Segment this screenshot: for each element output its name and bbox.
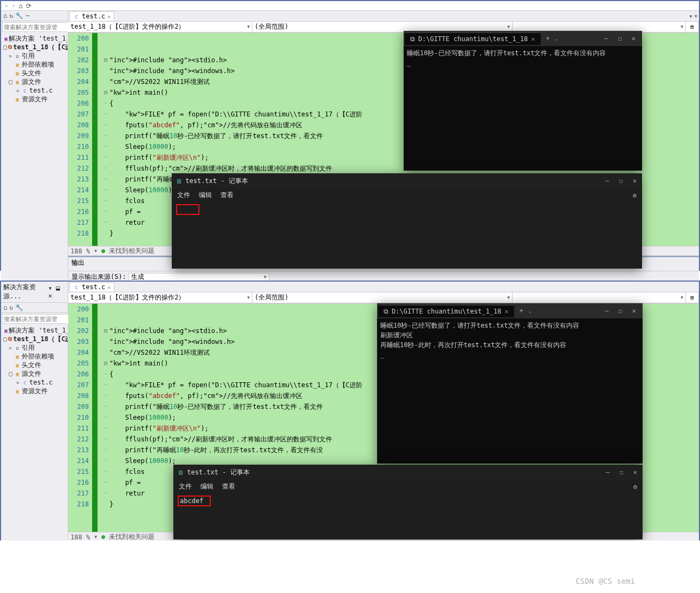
explorer-toolbar: ⌂ ↻ 🔧 [1, 303, 68, 313]
editor-tabs: c test.c ✕ ▾ + [68, 11, 699, 22]
refs-node[interactable]: 引用 [22, 51, 35, 61]
minimize-icon[interactable]: — [605, 177, 609, 185]
chevron-down-icon[interactable]: ▢ [3, 43, 7, 51]
chevron-down-icon[interactable]: ⌄ [555, 36, 558, 41]
console-tab[interactable]: ⧉ D:\GITTE chuantimu\test_1_18 ✕ [378, 305, 514, 317]
notepad-body[interactable]: abcdef [173, 493, 643, 540]
notepad-title: test.txt - 记事本 [187, 468, 249, 477]
home-icon[interactable]: ⌂ [3, 304, 7, 311]
menu-file[interactable]: 文件 [177, 191, 190, 200]
tab-overflow-icon[interactable]: ▾ [689, 12, 693, 20]
minimize-icon[interactable]: — [605, 307, 608, 315]
scope-combo[interactable]: test_1_18（【C进阶】文件的操作2）▼ [68, 22, 252, 32]
gear-icon[interactable]: ⚙ [633, 192, 637, 199]
refresh-icon[interactable]: ↻ [9, 12, 13, 19]
close-icon[interactable]: ✕ [107, 14, 111, 19]
c-file-icon: c [73, 14, 80, 19]
notepad-title: test.txt - 记事本 [185, 177, 248, 186]
home-icon[interactable]: ⌂ [18, 2, 22, 10]
res-node[interactable]: 资源文件 [22, 95, 48, 104]
global-scope-combo[interactable]: (全局范围)▼ [252, 292, 513, 303]
maximize-icon[interactable]: ☐ [619, 307, 623, 315]
wrench-icon[interactable]: 🔧 [15, 304, 23, 311]
console-window[interactable]: ⧉ D:\GITTE chuantimu\test_1_18 ✕ + ⌄ — ☐… [377, 303, 643, 464]
cmd-icon: ⧉ [384, 308, 388, 315]
minimize-icon[interactable]: — [606, 468, 610, 476]
notepad-body[interactable] [172, 202, 642, 256]
solution-explorer: ⌂ ↻ 🔧 ⋯ ▼ ▣解决方案 'test_1_18 ▢⧉test_1_18（【… [1, 11, 68, 282]
notepad-window[interactable]: ▤ test.txt - 记事本 — ☐ ✕ 文件 编辑 查看 ⚙ [172, 173, 642, 269]
close-icon[interactable]: ✕ [633, 177, 637, 185]
tab-test-c[interactable]: c test.c ✕ [69, 282, 114, 291]
c-file-icon: c [22, 88, 28, 94]
nav-back-icon[interactable]: ◦ [4, 2, 8, 10]
chevron-down-icon[interactable]: ⌄ [529, 309, 532, 314]
nav-fwd-icon[interactable]: ◦ [11, 2, 15, 10]
fold-column[interactable]: ⊟⊟············ [102, 33, 109, 246]
home-icon[interactable]: ⌂ [3, 12, 7, 19]
chevron-right-icon[interactable]: ▹ [16, 87, 21, 94]
project-icon: ⧉ [8, 44, 12, 50]
issues-status[interactable]: 未找到相关问题 [101, 532, 154, 540]
close-icon[interactable]: ✕ [632, 35, 636, 42]
source-file-node[interactable]: test.c [29, 87, 53, 94]
refs-icon: ▫ [14, 53, 21, 59]
notepad-titlebar[interactable]: ▤ test.txt - 记事本 — ☐ ✕ [172, 173, 642, 188]
console-titlebar[interactable]: ⧉ D:\GITTE chuantimu\test_1_18 ✕ + ⌄ — ☐… [404, 31, 642, 46]
maximize-icon[interactable]: ☐ [619, 177, 623, 185]
headers-node[interactable]: 头文件 [22, 69, 41, 78]
tab-test-c[interactable]: c test.c ✕ [69, 11, 114, 21]
change-marker [92, 304, 98, 532]
menu-edit[interactable]: 编辑 [199, 191, 212, 200]
split-icon[interactable]: ⊞ [686, 22, 699, 32]
search-solution[interactable]: ▼ [2, 22, 67, 32]
issues-status[interactable]: 未找到相关问题 [101, 246, 154, 256]
menu-view[interactable]: 查看 [221, 191, 234, 200]
new-tab-icon[interactable]: + [514, 307, 529, 315]
tab-add-icon[interactable]: + [694, 12, 698, 20]
maximize-icon[interactable]: ☐ [620, 468, 624, 476]
chevron-down-icon[interactable]: ▢ [9, 78, 13, 86]
menu-view[interactable]: 查看 [222, 482, 235, 491]
notepad-icon: ▤ [177, 177, 181, 185]
new-tab-icon[interactable]: + [541, 35, 555, 42]
zoom-dropdown-icon[interactable]: ▼ [94, 249, 97, 253]
solution-tree[interactable]: ▣解决方案 'test_1_18 ▢⧉test_1_18（【C进 ▹▫引用 ▣外… [1, 33, 68, 282]
maximize-icon[interactable]: ☐ [618, 35, 622, 42]
zoom-level[interactable]: 188 % [70, 533, 90, 541]
pin-icon[interactable]: ▾ ⬓ ✕ [48, 284, 66, 299]
close-icon[interactable]: ✕ [531, 35, 535, 43]
split-icon[interactable]: ⊞ [686, 292, 699, 303]
solution-node[interactable]: 解决方案 'test_1_18 [9, 34, 68, 43]
zoom-dropdown-icon[interactable]: ▼ [94, 535, 97, 539]
ext-node[interactable]: 外部依赖项 [22, 60, 54, 69]
search-solution[interactable]: ▼ [2, 314, 67, 324]
console-window[interactable]: ⧉ D:\GITTE chuantimu\test_1_18 ✕ + ⌄ — ☐… [404, 31, 642, 171]
gear-icon[interactable]: ⚙ [633, 483, 637, 491]
sync-icon[interactable]: ⟳ [26, 2, 31, 10]
console-titlebar[interactable]: ⧉ D:\GITTE chuantimu\test_1_18 ✕ + ⌄ — ☐… [377, 303, 643, 318]
scope-combo[interactable]: test_1_18（【C进阶】文件的操作2）▼ [68, 292, 252, 303]
close-icon[interactable]: ✕ [107, 284, 111, 290]
fold-column[interactable]: ⊟⊟············ [102, 304, 109, 532]
console-tab[interactable]: ⧉ D:\GITTE chuantimu\test_1_18 ✕ [405, 32, 541, 45]
console-body[interactable]: 睡眠10秒-已经写数据了，请打开test.txt文件，看文件有没有内容刷新缓冲区… [377, 318, 643, 362]
chevron-right-icon[interactable]: ▹ [9, 52, 13, 60]
console-body[interactable]: 睡眠10秒-已经写数据了，请打开test.txt文件，看文件有没有内容_ [404, 46, 642, 70]
minimize-icon[interactable]: — [604, 35, 608, 42]
menu-edit[interactable]: 编辑 [200, 482, 213, 491]
zoom-level[interactable]: 188 % [70, 247, 90, 255]
menu-file[interactable]: 文件 [179, 482, 192, 491]
notepad-window[interactable]: ▤ test.txt - 记事本 — ☐ ✕ 文件 编辑 查看 ⚙ abcdef [173, 465, 643, 539]
project-node[interactable]: test_1_18（【C进 [13, 43, 68, 52]
close-icon[interactable]: ✕ [632, 307, 636, 315]
close-icon[interactable]: ✕ [633, 468, 637, 476]
member-combo[interactable]: ▼ [513, 292, 686, 303]
refresh-icon[interactable]: ↻ [9, 304, 13, 311]
sources-node[interactable]: 源文件 [22, 77, 41, 87]
more-icon[interactable]: ⋯ [25, 12, 29, 19]
wrench-icon[interactable]: 🔧 [15, 12, 23, 19]
close-icon[interactable]: ✕ [504, 308, 508, 315]
solution-tree[interactable]: ▣解决方案 'test_1_18 ▢⧉test_1_18（【C进 ▹▫引用 ▣外… [1, 325, 68, 540]
notepad-titlebar[interactable]: ▤ test.txt - 记事本 — ☐ ✕ [173, 465, 643, 480]
